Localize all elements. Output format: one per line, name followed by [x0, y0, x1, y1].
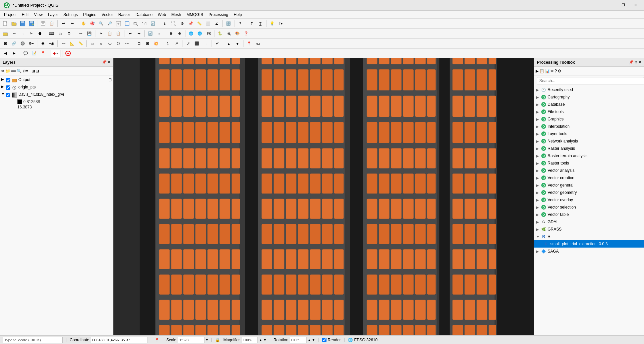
- proc-pin-btn[interactable]: 📌: [629, 60, 634, 64]
- stats-btn[interactable]: Σ: [248, 20, 256, 28]
- node-tool-btn[interactable]: ⬟: [36, 30, 44, 38]
- zoom-hist-btn[interactable]: 📍: [39, 49, 47, 57]
- proc-vector-overlay[interactable]: ▶ Q Vector overlay: [534, 196, 644, 204]
- offset-pt-btn[interactable]: ↗: [172, 40, 180, 48]
- menu-mmqgis[interactable]: MMQGIS: [184, 11, 206, 18]
- proc-run-btn[interactable]: ▶: [536, 69, 539, 73]
- zoom-out-btn[interactable]: 🔎: [106, 20, 114, 28]
- maximize-button[interactable]: ❐: [618, 2, 629, 9]
- text-preview-btn[interactable]: T▾: [277, 20, 285, 28]
- proc-vector-selection[interactable]: ▶ Q Vector selection: [534, 204, 644, 211]
- copy-feat-btn[interactable]: 📋: [106, 30, 114, 38]
- layer-output-checkbox[interactable]: [6, 78, 10, 82]
- proc-raster-tools[interactable]: ▶ Q Raster tools: [534, 159, 644, 167]
- paste-feat-btn[interactable]: 📋: [114, 30, 122, 38]
- shape-digi-btn[interactable]: ▭: [88, 40, 96, 48]
- menu-layer[interactable]: Layer: [45, 11, 61, 18]
- measure-btn[interactable]: 📏: [195, 20, 203, 28]
- layers-close-btn[interactable]: ✕: [107, 60, 110, 64]
- menu-project[interactable]: Project: [1, 11, 19, 18]
- proc-layer-tools[interactable]: ▶ Q Layer tools: [534, 130, 644, 137]
- ellipse-btn[interactable]: ⬭: [106, 40, 114, 48]
- proc-close-btn[interactable]: ✕: [638, 60, 641, 64]
- proc-database[interactable]: ▶ Q Database: [534, 101, 644, 108]
- select-loc-btn[interactable]: 📌: [187, 20, 195, 28]
- line-2-poly-btn[interactable]: ⬛: [193, 40, 201, 48]
- close-button[interactable]: ✕: [630, 2, 641, 9]
- cut-feat-btn[interactable]: ✂: [97, 30, 105, 38]
- proc-gdal[interactable]: ▶ G GDAL: [534, 218, 644, 226]
- layers-filter-btn[interactable]: 🔍: [17, 69, 22, 73]
- menu-edit[interactable]: Edit: [19, 11, 31, 18]
- split-btn[interactable]: ✂: [27, 30, 35, 38]
- proc-results-btn[interactable]: 📊: [545, 69, 550, 73]
- layers-options-btn[interactable]: ⚙▾: [22, 69, 28, 73]
- map-view[interactable]: [113, 58, 534, 335]
- zoom-layer-btn[interactable]: [123, 20, 131, 28]
- zoom-selection-btn[interactable]: [132, 20, 140, 28]
- proc-recently-used[interactable]: ▶ 🕐 Recently used: [534, 86, 644, 93]
- proc-r-group[interactable]: ▼ R R: [534, 233, 644, 240]
- undo-btn[interactable]: ↩: [59, 20, 67, 28]
- snapping-btn[interactable]: 🔗: [10, 40, 18, 48]
- scale-dropdown-btn[interactable]: ▾: [206, 337, 208, 343]
- proc-grass[interactable]: ▶ 🌿 GRASS: [534, 226, 644, 233]
- zoom-in-btn[interactable]: 🔍: [97, 20, 105, 28]
- redo-edit-btn[interactable]: ↪: [135, 30, 143, 38]
- atlas-btn[interactable]: 📋: [48, 20, 56, 28]
- measure-angle-btn[interactable]: ∠: [213, 20, 221, 28]
- print-layout-btn[interactable]: [39, 20, 47, 28]
- proc-raster-terrain[interactable]: ▶ Q Raster terrain analysis: [534, 152, 644, 159]
- proc-vector-geometry[interactable]: ▶ Q Vector geometry: [534, 189, 644, 196]
- proc-edit-btn[interactable]: ✏: [551, 69, 554, 73]
- layer-output[interactable]: ▶ Output ⊡: [0, 77, 113, 84]
- nav-prev-btn[interactable]: ◀: [1, 49, 9, 57]
- save-as-btn[interactable]: +: [27, 20, 35, 28]
- explode-btn[interactable]: 💥: [152, 40, 160, 48]
- add-all-btn[interactable]: ⊞: [1, 40, 9, 48]
- pin-label-btn[interactable]: 📍: [245, 40, 253, 48]
- minimize-button[interactable]: —: [606, 2, 617, 9]
- menu-vector[interactable]: Vector: [99, 11, 116, 18]
- pan-to-selection-btn[interactable]: 🎯: [88, 20, 96, 28]
- geom-check-btn[interactable]: ✔: [213, 40, 221, 48]
- add-feature-btn[interactable]: + ▾: [51, 50, 60, 57]
- adv-digi-btn[interactable]: 📐: [68, 40, 76, 48]
- render-checkbox[interactable]: [322, 338, 327, 342]
- layers-expand-all-btn[interactable]: ⊞: [32, 69, 35, 73]
- vertex-tool-btn[interactable]: ◉: [39, 40, 47, 48]
- scale-feat-btn[interactable]: ↕: [155, 30, 163, 38]
- style-mgr-btn[interactable]: 🎨: [233, 30, 241, 38]
- identify-btn[interactable]: ℹ: [161, 20, 169, 28]
- wfs-btn[interactable]: 🌐: [196, 30, 204, 38]
- layer-origin-pts[interactable]: ▶ origin_pts: [0, 84, 113, 91]
- zoom-full-btn[interactable]: [114, 20, 122, 28]
- magnifier-down-btn[interactable]: ▼: [263, 338, 266, 342]
- plugin-mgr-btn[interactable]: 🔌: [225, 30, 233, 38]
- undo-edit-btn[interactable]: ↩: [126, 30, 134, 38]
- cad-btn[interactable]: 📏: [77, 40, 85, 48]
- proc-vector-table[interactable]: ▶ Q Vector table: [534, 211, 644, 218]
- toggle-edit-btn[interactable]: ✏: [77, 30, 85, 38]
- poly-btn[interactable]: ⬡: [114, 40, 122, 48]
- layer-davis-expand[interactable]: ▼: [1, 92, 6, 96]
- magnifier-input[interactable]: [241, 337, 258, 343]
- open-layer-btn[interactable]: [1, 30, 9, 38]
- fill-ring-btn[interactable]: ⊡: [135, 40, 143, 48]
- enable-snap-btn[interactable]: 🔘: [19, 40, 27, 48]
- proc-help-btn[interactable]: ?: [555, 69, 557, 73]
- proc-vector-general[interactable]: ▶ Q Vector general: [534, 182, 644, 189]
- zoom-native-btn[interactable]: 1:1: [140, 20, 148, 28]
- field-calc-btn[interactable]: ⌨: [48, 30, 56, 38]
- new-project-btn[interactable]: [1, 20, 9, 28]
- rotation-up-btn[interactable]: ▲: [308, 338, 311, 342]
- qgis-help-btn[interactable]: ❓: [242, 30, 250, 38]
- layers-add-btn[interactable]: 📁: [5, 69, 10, 73]
- proc-interpolation[interactable]: ▶ Q Interpolation: [534, 123, 644, 130]
- proc-graphics[interactable]: ▶ Q Graphics: [534, 115, 644, 123]
- del-ring-btn[interactable]: ⊖: [175, 30, 183, 38]
- tips-btn[interactable]: 💡: [268, 20, 276, 28]
- free-hand-btn[interactable]: 〰: [123, 40, 131, 48]
- proc-history-btn[interactable]: 📋: [539, 69, 544, 73]
- proc-raster-analysis[interactable]: ▶ Q Raster analysis: [534, 145, 644, 152]
